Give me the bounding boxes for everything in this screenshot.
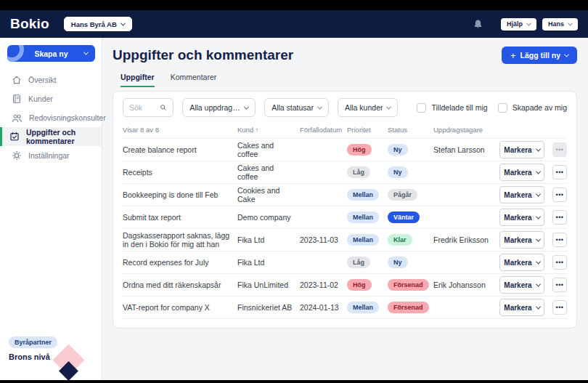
- priority-badge: Mellan: [347, 211, 379, 223]
- sidebar-item-label: Inställningar: [28, 151, 70, 160]
- mark-button[interactable]: Markera: [499, 209, 544, 226]
- row-menu-button[interactable]: •••: [552, 233, 567, 247]
- checkbox-box[interactable]: [417, 103, 426, 113]
- priority-cell: Hög: [347, 144, 388, 156]
- filter-bar: Alla uppdrags...Alla statusarAlla kunder…: [123, 98, 567, 117]
- bottom-black-strip: [0, 380, 588, 383]
- sidebar-item-label: Redovisningskonsulter: [29, 113, 106, 122]
- tasks-table: Visar 8 av 8Kund ↑FörfallodatumPrioritet…: [123, 124, 567, 319]
- assignee-cell: Fredrik Eriksson: [433, 235, 495, 244]
- sidebar-item-kunder[interactable]: Kunder: [0, 89, 102, 108]
- priority-badge: Mellan: [347, 234, 379, 246]
- checkbox-label: Skapade av mig: [513, 103, 567, 112]
- status-cell: Försenad: [388, 302, 433, 313]
- company-selector[interactable]: Hans Byrå AB: [64, 17, 132, 31]
- mark-button[interactable]: Markera: [499, 276, 544, 294]
- row-actions: Markera•••: [495, 231, 567, 249]
- priority-cell: Låg: [347, 166, 388, 178]
- search-icon: [160, 103, 167, 112]
- status-filter-dropdown[interactable]: Alla statusar: [264, 98, 329, 117]
- sidebar-item-redovisningskonsulter[interactable]: Redovisningskonsulter: [0, 108, 102, 127]
- row-actions: Markera•••: [495, 186, 567, 203]
- checkbox-filters: Tilldelade till migSkapade av mig: [417, 103, 567, 113]
- priority-cell: Mellan: [347, 302, 388, 313]
- table-body: Create balance reportCakes and coffeeHög…: [123, 139, 567, 319]
- column-header-status: Status: [388, 126, 433, 134]
- due-date-cell: 2023-11-02: [300, 281, 347, 289]
- assigned-to-me-checkbox[interactable]: Tilldelade till mig: [417, 103, 487, 113]
- row-menu-button[interactable]: •••: [552, 188, 567, 202]
- search-input[interactable]: [129, 103, 160, 112]
- chevron-down-icon: [526, 20, 531, 25]
- user-menu-button[interactable]: Hans: [542, 18, 578, 31]
- status-cell: Väntar: [388, 211, 433, 223]
- create-new-button[interactable]: Skapa ny: [7, 45, 95, 62]
- table-row: Bookkeeping is done till FebCookies and …: [123, 184, 567, 206]
- created-by-me-checkbox[interactable]: Skapade av mig: [498, 103, 567, 113]
- row-menu-button: •••: [552, 142, 567, 157]
- row-menu-button[interactable]: •••: [552, 255, 567, 270]
- mark-button[interactable]: Markera: [499, 164, 544, 181]
- mark-button-label: Markera: [504, 259, 531, 267]
- status-badge: Försenad: [388, 302, 429, 313]
- add-new-button[interactable]: + Lägg till ny: [502, 47, 577, 64]
- customer-cell: Cookies and Cake: [237, 186, 300, 203]
- tab-kommentarer[interactable]: Kommentarer: [171, 73, 217, 87]
- row-menu-button[interactable]: •••: [552, 210, 567, 225]
- task-cell: Receipts: [123, 168, 237, 177]
- row-actions: Markera•••: [495, 141, 567, 158]
- task-cell: VAT-report for company X: [123, 303, 237, 312]
- help-button[interactable]: Hjälp: [501, 18, 536, 31]
- checkbox-box[interactable]: [498, 103, 507, 113]
- priority-cell: Mellan: [347, 211, 388, 223]
- mark-button-label: Markera: [504, 281, 531, 289]
- sort-ascending-icon: ↑: [253, 126, 258, 134]
- column-header-kund[interactable]: Kund ↑: [237, 126, 300, 134]
- chevron-down-icon: [83, 50, 89, 55]
- mark-button-label: Markera: [504, 146, 531, 154]
- task-cell: Record expenses for July: [123, 258, 237, 267]
- assignment-filter-dropdown[interactable]: Alla uppdrags...: [182, 98, 256, 117]
- company-selector-label: Hans Byrå AB: [71, 20, 117, 28]
- row-menu-button[interactable]: •••: [552, 278, 567, 292]
- app-window: Bokio Hans Byrå AB Hjälp Hans Skapa ny Ö…: [0, 0, 588, 383]
- row-actions: Markera•••: [495, 276, 567, 294]
- partner-info: Byråpartner Brons nivå: [9, 334, 57, 361]
- customer-filter-dropdown[interactable]: Alla kunder: [338, 98, 399, 117]
- sidebar-item-uppgifter-och-kommentarer[interactable]: Uppgifter och kommentarer: [0, 127, 102, 146]
- chevron-down-icon: [536, 191, 541, 196]
- customer-cell: Fika Ltd: [237, 235, 300, 244]
- chevron-down-icon: [564, 52, 569, 57]
- mark-button[interactable]: Markera: [499, 254, 544, 271]
- chevron-down-icon: [568, 20, 573, 25]
- mark-button-label: Markera: [504, 169, 531, 177]
- customer-cell: Fika UnLimited: [237, 281, 300, 289]
- calendar-check-icon: [9, 132, 20, 142]
- priority-cell: Låg: [347, 257, 388, 268]
- status-cell: Försenad: [388, 279, 433, 291]
- tab-uppgifter[interactable]: Uppgifter: [121, 73, 155, 87]
- due-date-cell: 2024-01-13: [300, 303, 347, 312]
- sidebar-item-oversikt[interactable]: Översikt: [0, 70, 102, 89]
- row-menu-button[interactable]: •••: [552, 300, 567, 315]
- help-button-label: Hjälp: [507, 20, 523, 28]
- table-row: VAT-report for company XFinsnickeriet AB…: [123, 297, 567, 319]
- mark-button[interactable]: Markera: [499, 141, 544, 158]
- status-cell: Ny: [388, 257, 433, 268]
- mark-button[interactable]: Markera: [499, 231, 544, 249]
- status-badge: Försenad: [388, 279, 429, 291]
- row-menu-button[interactable]: •••: [552, 165, 567, 180]
- row-actions: Markera•••: [495, 164, 567, 181]
- status-cell: Klar: [388, 234, 433, 246]
- notifications-bell-icon[interactable]: [473, 19, 483, 30]
- gear-icon: [12, 150, 22, 161]
- column-header-uppdragstagare: Uppdragstagare: [433, 126, 495, 134]
- sidebar-item-installningar[interactable]: Inställningar: [0, 146, 102, 165]
- ledger-icon: [12, 94, 22, 104]
- sidebar-item-label: Översikt: [28, 76, 57, 84]
- status-badge: Ny: [388, 257, 408, 268]
- task-cell: Bookkeeping is done till Feb: [123, 190, 237, 199]
- mark-button[interactable]: Markera: [499, 186, 544, 203]
- mark-button[interactable]: Markera: [499, 299, 544, 316]
- dropdown-selected-value: Alla kunder: [345, 103, 383, 112]
